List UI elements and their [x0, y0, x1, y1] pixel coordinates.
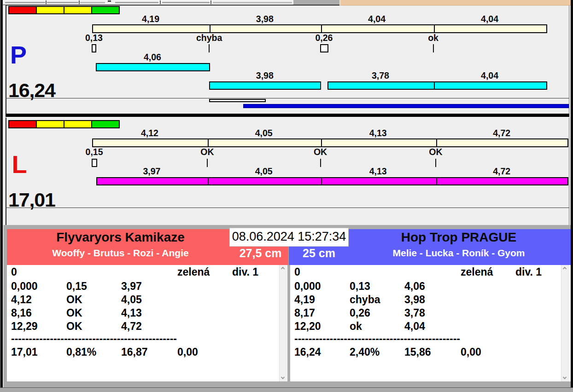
dog-run-bar [209, 81, 321, 90]
background-tan-strip [339, 0, 571, 6]
cell-dog-row: 12,29 [11, 322, 38, 331]
window-border-right [571, 0, 573, 392]
cell-dog-row: chyba [350, 295, 380, 305]
split-time-label: 4,04 [345, 14, 409, 24]
split-time-label: 4,12 [117, 128, 182, 138]
jump-height-left: 27,5 cm [231, 247, 290, 260]
lane-panel-right: 4,193,984,044,040,13chyba0,26ok4,063,983… [6, 5, 569, 114]
cell-dog-row: 4,06 [404, 282, 425, 291]
split-time-label: 4,04 [457, 14, 522, 24]
cell-total: 16,87 [121, 347, 148, 357]
split-time-bar [92, 138, 568, 147]
toolbar-separator [79, 0, 80, 4]
toolbar-block [293, 0, 339, 5]
split-time-label: 4,05 [232, 128, 296, 138]
cell-collar-color: zelená [177, 267, 210, 277]
dog-run-bar [96, 177, 568, 185]
scrollbar-right-table[interactable] [561, 265, 569, 381]
cell-dog-row: 3,78 [404, 308, 425, 318]
window-frame [3, 5, 6, 225]
pass-result-label: OK [175, 147, 240, 157]
pass-tick-mark [433, 44, 434, 52]
toolbar-separator [210, 0, 211, 4]
toolbar-separator [46, 0, 47, 4]
dog-run-time-label: 4,04 [457, 70, 522, 81]
toolbar-button-top [115, 1, 158, 3]
cell-dog-row: 0,15 [66, 282, 87, 291]
cell-total: 15,86 [404, 347, 431, 357]
dog-run-time-label: 4,72 [469, 166, 534, 177]
result-table-right[interactable]: 0zelenádiv. 10,0000,134,064,19chyba3,988… [290, 265, 571, 381]
pass-result-label: 0,26 [292, 33, 356, 43]
cell-total: 0,00 [461, 347, 481, 357]
cell-dog-row: 0,000 [11, 282, 38, 291]
chevron-up-icon[interactable] [563, 266, 567, 270]
jump-height-right: 25 cm [289, 247, 350, 260]
split-time-bar [92, 24, 547, 33]
pass-tick-mark [320, 159, 321, 167]
cell-heat-number: 0 [11, 267, 17, 277]
dog-run-bar [327, 81, 547, 90]
toolbar-separator [160, 0, 161, 4]
results-section: Flyvaryors Kamikaze Wooffy - Brutus - Ro… [3, 225, 571, 387]
chevron-glyph [563, 375, 567, 379]
lane-bottom-line [6, 208, 570, 208]
chevron-glyph [281, 267, 285, 271]
run-bar-divider [208, 178, 209, 185]
cell-dog-row: 3,98 [404, 295, 425, 305]
chevron-down-icon[interactable] [281, 376, 285, 380]
cell-dog-row: 8,16 [11, 308, 32, 318]
pass-result-label: 0,13 [62, 33, 126, 43]
pass-result-label: 0,15 [62, 147, 127, 157]
scrollbar-left-table[interactable] [279, 265, 287, 381]
lane-letter-P: P [10, 42, 27, 67]
result-table-left[interactable]: 0zelenádiv. 10,0000,153,974,12OK4,058,16… [7, 265, 287, 381]
dog-run-time-label: 4,13 [346, 166, 410, 177]
toolbar-button-top [47, 1, 78, 3]
app-window: 4,193,984,044,040,13chyba0,26ok4,063,983… [0, 0, 573, 392]
split-time-label: 4,19 [118, 14, 183, 24]
run-bar-divider [321, 178, 322, 185]
cell-total: 16,24 [294, 347, 321, 357]
chevron-glyph [563, 267, 567, 271]
heat-progress-box [209, 99, 266, 102]
pass-gap-box [320, 44, 328, 52]
chevron-glyph [281, 375, 285, 379]
indicator-square-red [8, 120, 37, 128]
team-name-right: Hop Trop PRAGUE [348, 230, 570, 245]
cell-dog-row: ok [350, 322, 362, 331]
cell-total: 2,40% [350, 347, 380, 357]
cell-dog-row: 4,72 [121, 322, 142, 331]
split-bar-divider [208, 139, 209, 147]
split-bar-divider [321, 139, 322, 147]
team-dogs-right: Melie - Lucka - Roník - Gyom [348, 248, 570, 259]
split-bar-divider [434, 25, 435, 33]
cell-dog-row: 4,19 [294, 295, 315, 305]
pass-result-label: OK [403, 147, 468, 157]
cell-dog-row: OK [66, 322, 82, 331]
cell-division: div. 1 [232, 267, 258, 277]
cell-collar-color: zelená [461, 267, 493, 277]
race-progress-bar [243, 104, 569, 108]
run-bar-divider [436, 178, 437, 185]
dog-run-time-label: 3,78 [348, 70, 413, 81]
lane-panel-left: 4,124,054,134,720,15OKOKOK3,974,054,134,… [6, 117, 569, 225]
indicator-square-yellow [64, 120, 92, 128]
cell-dog-row: 0,000 [294, 282, 321, 291]
chevron-down-icon[interactable] [563, 376, 567, 380]
cell-dog-row: OK [66, 308, 82, 318]
cell-dog-row: 8,17 [294, 308, 315, 318]
chevron-up-icon[interactable] [281, 266, 285, 270]
pass-gap-box [92, 159, 97, 167]
lane-total-time-L: 17,01 [8, 190, 55, 210]
cell-dog-row: OK [66, 295, 82, 305]
dog-run-time-label: 3,98 [233, 70, 297, 81]
cell-dog-row: 4,12 [11, 295, 32, 305]
lane-total-time-P: 16,24 [8, 81, 55, 100]
cell-dog-row: 3,97 [121, 282, 142, 291]
dog-run-time-label: 3,97 [119, 166, 184, 177]
window-border-bottom [0, 388, 573, 392]
pass-result-label: ok [401, 33, 466, 43]
heat-indicator-squares [8, 6, 120, 14]
cell-heat-number: 0 [294, 267, 300, 277]
